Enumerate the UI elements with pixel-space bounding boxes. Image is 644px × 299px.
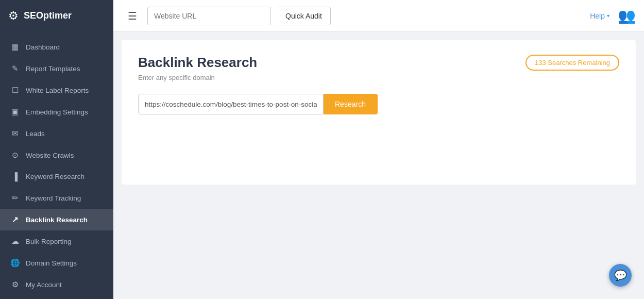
domain-settings-icon: 🌐 [10, 258, 20, 268]
report-templates-icon: ✎ [10, 64, 20, 73]
user-avatar-icon[interactable]: 👥 [618, 7, 636, 24]
quick-audit-button[interactable]: Quick Audit [277, 7, 331, 25]
website-url-input[interactable] [147, 7, 271, 25]
sidebar-item-white-label-reports[interactable]: ☐ White Label Reports [0, 79, 113, 101]
sidebar-item-domain-settings[interactable]: 🌐 Domain Settings [0, 252, 113, 274]
sidebar-item-my-account[interactable]: ⚙ My Account [0, 274, 113, 295]
research-button[interactable]: Research [324, 94, 378, 114]
logo-text: SEOptimer [24, 10, 72, 21]
help-button[interactable]: Help ▾ [590, 12, 609, 20]
sidebar-item-website-crawls[interactable]: ⊙ Website Crawls [0, 144, 113, 166]
chat-bubble-button[interactable]: 💬 [609, 264, 632, 287]
sidebar-item-label: Keyword Research [26, 173, 84, 180]
keyword-tracking-icon: ✏ [10, 193, 20, 203]
searches-remaining-badge: 133 Searches Remaining [526, 55, 619, 71]
sidebar-item-dashboard[interactable]: ▦ Dashboard [0, 36, 113, 58]
page-title: Backlink Research [138, 55, 257, 71]
sidebar-item-label: Embedding Settings [26, 108, 88, 116]
sidebar-item-backlink-research[interactable]: ↗ Backlink Research [0, 209, 113, 230]
chat-icon: 💬 [614, 269, 627, 281]
sidebar-item-label: White Label Reports [26, 87, 89, 94]
bulk-reporting-icon: ☁ [10, 237, 20, 246]
sidebar-item-label: Keyword Tracking [26, 194, 81, 202]
backlink-research-icon: ↗ [10, 215, 20, 224]
domain-input[interactable] [138, 94, 324, 114]
main-layout: ▦ Dashboard ✎ Report Templates ☐ White L… [0, 32, 644, 299]
title-row: Backlink Research Enter any specific dom… [138, 55, 619, 94]
sidebar-item-label: Website Crawls [26, 152, 74, 159]
sidebar-item-label: My Account [26, 281, 62, 289]
sidebar-item-label: Dashboard [26, 43, 60, 51]
hamburger-button[interactable]: ☰ [124, 8, 141, 24]
embedding-icon: ▣ [10, 107, 20, 117]
content-panel: Backlink Research Enter any specific dom… [122, 40, 636, 185]
logo-area: ⚙ SEOptimer [0, 0, 113, 32]
sidebar-item-label: Bulk Reporting [26, 238, 72, 245]
sidebar-item-label: Report Templates [26, 65, 80, 73]
website-crawls-icon: ⊙ [10, 151, 20, 160]
sidebar-item-embedding-settings[interactable]: ▣ Embedding Settings [0, 101, 113, 123]
white-label-icon: ☐ [10, 86, 20, 95]
sidebar-item-report-templates[interactable]: ✎ Report Templates [0, 58, 113, 79]
sidebar-item-leads[interactable]: ✉ Leads [0, 123, 113, 144]
content-area: Backlink Research Enter any specific dom… [113, 32, 644, 299]
header-right: Help ▾ 👥 [590, 7, 636, 24]
my-account-icon: ⚙ [10, 280, 20, 289]
chevron-down-icon: ▾ [607, 13, 609, 19]
search-row: Research [138, 94, 619, 114]
sidebar-item-label: Backlink Research [26, 216, 88, 224]
title-section: Backlink Research Enter any specific dom… [138, 55, 257, 94]
page-subtitle: Enter any specific domain [138, 74, 257, 81]
sidebar-item-label: Leads [26, 130, 45, 138]
sidebar: ▦ Dashboard ✎ Report Templates ☐ White L… [0, 32, 113, 299]
sidebar-item-keyword-research[interactable]: ▐ Keyword Research [0, 166, 113, 187]
sidebar-item-bulk-reporting[interactable]: ☁ Bulk Reporting [0, 230, 113, 252]
keyword-research-icon: ▐ [10, 172, 20, 181]
dashboard-icon: ▦ [10, 42, 20, 52]
sidebar-item-label: Domain Settings [26, 259, 77, 267]
top-header: ⚙ SEOptimer ☰ Quick Audit Help ▾ 👥 [0, 0, 644, 32]
logo-icon: ⚙ [8, 9, 19, 23]
sidebar-item-keyword-tracking[interactable]: ✏ Keyword Tracking [0, 187, 113, 209]
leads-icon: ✉ [10, 129, 20, 138]
help-label: Help [590, 12, 605, 20]
